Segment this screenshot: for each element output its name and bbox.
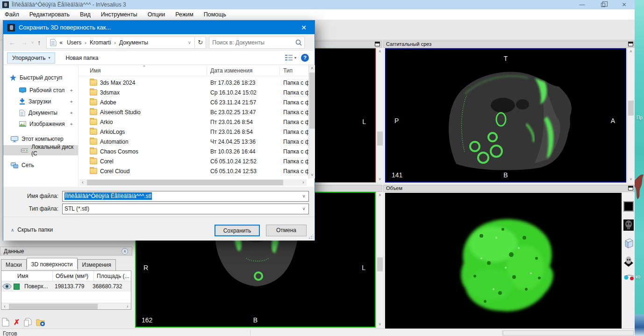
- scroll-thumb[interactable]: [309, 73, 315, 129]
- sagittal-maximize-icon[interactable]: [628, 42, 633, 46]
- filename-dropdown-caret-icon[interactable]: ˅: [302, 191, 305, 201]
- search-icon[interactable]: [295, 39, 302, 46]
- scroll-right-icon[interactable]: ›: [300, 179, 307, 186]
- sidebar-desktop[interactable]: Рабочий стол ✦: [3, 85, 78, 95]
- scroll-thumb[interactable]: [377, 257, 383, 271]
- restore-button[interactable]: [593, 0, 614, 9]
- visibility-eye-icon[interactable]: [2, 283, 12, 290]
- menu-edit[interactable]: Редактировать: [29, 11, 70, 18]
- file-row[interactable]: 3dsmaxСр 16.10.24 15:02Папка с файл: [79, 88, 308, 98]
- sidebar-downloads[interactable]: Загрузки ✦: [3, 96, 78, 107]
- resize-grip[interactable]: [308, 234, 313, 239]
- menu-mode[interactable]: Режим: [175, 11, 193, 18]
- minimize-button[interactable]: —: [572, 0, 593, 9]
- menu-help[interactable]: Помощь: [204, 11, 226, 18]
- breadcrumb-users[interactable]: Users: [67, 39, 81, 46]
- duplicate-surface-icon[interactable]: [24, 318, 32, 327]
- close-button[interactable]: ✕: [614, 0, 635, 9]
- file-row[interactable]: ArkioLogsПт 23.01.26 8:54Папка с файл: [79, 127, 308, 137]
- import-surface-folder-icon[interactable]: [36, 318, 45, 327]
- filetype-select[interactable]: STL (*.stl) ˅: [62, 204, 309, 214]
- clipping-plane-button[interactable]: [623, 254, 634, 268]
- menu-options[interactable]: Опции: [148, 11, 165, 18]
- menu-tools[interactable]: Инструменты: [101, 11, 137, 18]
- address-bar[interactable]: « Users › Kromarti › Документы ˅: [46, 37, 195, 49]
- column-area[interactable]: Площадь (...: [94, 271, 129, 281]
- file-row[interactable]: Chaos CosmosВт 10.03.26 16:44Папка с фай…: [79, 147, 308, 157]
- collapse-panel-button[interactable]: ∧: [122, 248, 128, 255]
- sidebar-documents[interactable]: Документы ✦: [3, 108, 78, 118]
- menu-view[interactable]: Вид: [80, 11, 91, 18]
- hide-folders-button[interactable]: ∧ Скрыть папки: [11, 226, 53, 233]
- filename-input[interactable]: Ïîñëåäîâà^Óëüÿíà Ëåîíèäîâíà^^^.stl ˅: [62, 191, 309, 202]
- file-row[interactable]: CorelСб 05.10.24 12:52Папка с файл: [79, 157, 308, 167]
- column-divider[interactable]: [279, 66, 280, 75]
- breadcrumb-kromarti[interactable]: Kromarti: [90, 39, 111, 46]
- column-name[interactable]: Имя: [1, 271, 53, 281]
- column-header-name[interactable]: Имя: [90, 67, 100, 74]
- scroll-thumb[interactable]: [87, 180, 283, 185]
- scroll-down-icon[interactable]: ˅: [377, 321, 383, 328]
- file-row[interactable]: AdobeСб 23.11.24 21:57Папка с файл: [79, 98, 308, 108]
- scroll-left-icon[interactable]: ‹: [1, 303, 8, 310]
- list-horizontal-scrollbar[interactable]: ‹ ›: [79, 179, 307, 186]
- cancel-button[interactable]: Отмена: [266, 225, 307, 236]
- file-row[interactable]: Aiseesoft StudioВс 23.02.25 13:47Папка с…: [79, 108, 308, 117]
- file-row[interactable]: Corel CloudСб 05.10.24 12:53Папка с файл: [79, 167, 308, 176]
- forward-icon[interactable]: →: [21, 39, 28, 46]
- surface-color-swatch[interactable]: [14, 284, 20, 290]
- delete-surface-icon[interactable]: ✗: [14, 318, 20, 327]
- coronal-scrollbar[interactable]: ˄ ˅: [376, 192, 383, 328]
- menu-file[interactable]: Файл: [5, 11, 19, 18]
- back-icon[interactable]: ←: [9, 39, 15, 46]
- sidebar-pictures[interactable]: Изображения ✦: [3, 119, 78, 129]
- filename-value[interactable]: Ïîñëåäîâà^Óëüÿíà Ëåîíèäîâíà^^^.stl: [64, 192, 152, 200]
- scroll-down-icon[interactable]: ˅: [628, 176, 634, 183]
- scroll-left-icon[interactable]: ‹: [79, 179, 86, 186]
- background-color-button[interactable]: [623, 198, 634, 214]
- dialog-close-button[interactable]: ✕: [293, 21, 315, 34]
- file-row[interactable]: AutomationЧт 24.04.25 13:36Папка с файл: [79, 137, 308, 147]
- sidebar-local-disk[interactable]: Локальный диск (C: [3, 145, 78, 155]
- file-row[interactable]: ArkioПт 23.01.26 8:54Папка с файл: [79, 117, 308, 127]
- tab-masks[interactable]: Маски: [1, 259, 27, 270]
- axial-maximize-icon[interactable]: [375, 42, 380, 46]
- scroll-thumb[interactable]: [377, 131, 383, 146]
- scroll-up-icon[interactable]: ˄: [309, 65, 315, 72]
- slice-plane-button[interactable]: [623, 236, 634, 250]
- column-header-type[interactable]: Тип: [283, 67, 293, 74]
- sagittal-viewport[interactable]: T P A B 141: [385, 48, 626, 183]
- stereo-anaglyph-button[interactable]: [623, 271, 634, 284]
- column-volume[interactable]: Объем (мм³): [53, 271, 94, 281]
- surface-row[interactable]: Поверх... 198133.779 368680.732: [1, 281, 131, 292]
- scroll-thumb[interactable]: [9, 304, 98, 309]
- raycasting-preset-button[interactable]: [623, 218, 634, 232]
- file-row[interactable]: 3ds Max 2024Вт 17.03.26 18:23Папка с фай…: [79, 78, 308, 88]
- tab-3d-surfaces[interactable]: 3D поверхности: [27, 258, 78, 269]
- scroll-thumb[interactable]: [628, 101, 634, 116]
- scroll-up-icon[interactable]: ˄: [628, 48, 634, 55]
- search-input[interactable]: [212, 37, 292, 48]
- search-box[interactable]: [209, 37, 305, 49]
- axial-scrollbar[interactable]: ˄ ˅: [376, 48, 383, 183]
- recent-locations-caret-icon[interactable]: ˅: [31, 40, 34, 45]
- volume-viewport[interactable]: [385, 193, 622, 331]
- change-view-button[interactable]: ▾: [285, 55, 296, 61]
- tab-measurements[interactable]: Измерения: [78, 259, 116, 270]
- sagittal-scrollbar[interactable]: ˄ ˅: [627, 48, 634, 183]
- volume-maximize-icon[interactable]: [628, 186, 633, 190]
- breadcrumb-documents[interactable]: Документы: [119, 39, 148, 46]
- scroll-down-icon[interactable]: ˅: [377, 176, 383, 183]
- table-horizontal-scrollbar[interactable]: ‹ ›: [1, 303, 131, 309]
- scroll-up-icon[interactable]: ˄: [377, 48, 383, 55]
- list-vertical-scrollbar[interactable]: ˄ ˅: [308, 65, 315, 178]
- filetype-dropdown-caret-icon[interactable]: ˅: [302, 204, 305, 214]
- up-icon[interactable]: ↑: [37, 39, 41, 46]
- refresh-button[interactable]: ↻: [195, 37, 206, 49]
- scroll-down-icon[interactable]: ˅: [309, 172, 315, 178]
- sidebar-network[interactable]: Сеть: [3, 160, 78, 170]
- sidebar-this-pc[interactable]: Этот компьютер: [3, 134, 78, 144]
- column-divider[interactable]: [207, 66, 207, 75]
- column-header-date[interactable]: Дата изменения: [210, 67, 252, 74]
- scroll-up-icon[interactable]: ˄: [377, 192, 383, 198]
